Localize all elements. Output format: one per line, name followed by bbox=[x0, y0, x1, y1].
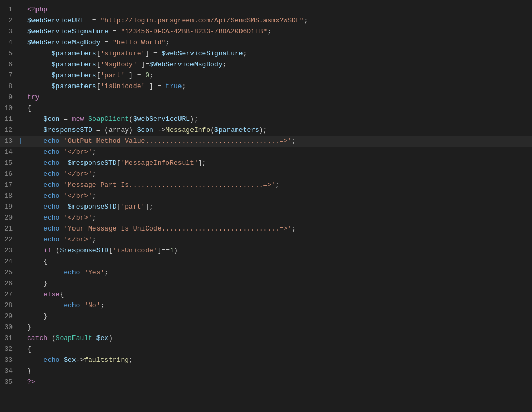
line-number-30: 30 bbox=[0, 322, 19, 333]
code-line-16: 16 echo '</br>'; bbox=[0, 168, 532, 179]
code-line-23: 23 if ($responseSTD['isUnicode']==1) bbox=[0, 245, 532, 256]
code-line-28: 28 echo 'No'; bbox=[0, 300, 532, 311]
line-number-29: 29 bbox=[0, 311, 19, 322]
code-line-19: 19 echo $responseSTD['part']; bbox=[0, 201, 532, 212]
line-number-13: 13 bbox=[0, 136, 19, 147]
line-content-3: $webServiceSignature = "123456-DFCA-42BB… bbox=[25, 26, 532, 37]
line-number-22: 22 bbox=[0, 234, 19, 245]
line-content-8: $parameters['isUnicode' ] = true; bbox=[25, 81, 532, 92]
line-content-12: $responseSTD = (array) $con ->MessageInf… bbox=[25, 125, 532, 136]
code-line-12: 12 $responseSTD = (array) $con ->Message… bbox=[0, 125, 532, 136]
line-indicator-13: | bbox=[19, 136, 25, 147]
line-content-35: ?> bbox=[25, 377, 532, 387]
line-content-28: echo 'No'; bbox=[25, 300, 532, 311]
line-number-15: 15 bbox=[0, 157, 19, 168]
line-number-6: 6 bbox=[0, 59, 19, 70]
code-line-31: 31 catch (SoapFault $ex) bbox=[0, 333, 532, 344]
line-number-23: 23 bbox=[0, 245, 19, 256]
code-line-11: 11 $con = new SoapClient($webServiceURL)… bbox=[0, 114, 532, 125]
code-line-10: 10 { bbox=[0, 103, 532, 114]
line-content-6: $parameters['MsgBody' ]=$WebServiceMsgBo… bbox=[25, 59, 532, 70]
code-editor: 1 <?php 2 $webServiceURL = "http://login… bbox=[0, 0, 532, 412]
code-line-32: 32 { bbox=[0, 344, 532, 355]
line-number-7: 7 bbox=[0, 70, 19, 81]
line-content-14: echo '</br>'; bbox=[25, 147, 532, 157]
line-number-9: 9 bbox=[0, 92, 19, 103]
line-number-14: 14 bbox=[0, 147, 19, 157]
line-content-22: echo '</br>'; bbox=[25, 234, 532, 245]
code-line-8: 8 $parameters['isUnicode' ] = true; bbox=[0, 81, 532, 92]
line-content-10: { bbox=[25, 103, 532, 114]
code-line-21: 21 echo 'Your Message Is UniCode........… bbox=[0, 223, 532, 234]
line-content-19: echo $responseSTD['part']; bbox=[25, 201, 532, 212]
line-content-23: if ($responseSTD['isUnicode']==1) bbox=[25, 245, 532, 256]
code-line-22: 22 echo '</br>'; bbox=[0, 234, 532, 245]
line-content-1: <?php bbox=[25, 4, 532, 15]
code-line-27: 27 else{ bbox=[0, 289, 532, 300]
line-number-35: 35 bbox=[0, 377, 19, 387]
code-line-2: 2 $webServiceURL = "http://login.parsgre… bbox=[0, 15, 532, 26]
code-line-14: 14 echo '</br>'; bbox=[0, 147, 532, 157]
line-number-16: 16 bbox=[0, 168, 19, 179]
line-content-27: else{ bbox=[25, 289, 532, 300]
line-content-20: echo '</br>'; bbox=[25, 212, 532, 223]
line-content-17: echo 'Message Part Is...................… bbox=[25, 179, 532, 190]
line-content-34: } bbox=[25, 366, 532, 377]
code-line-9: 9 try bbox=[0, 92, 532, 103]
line-content-7: $parameters['part' ] = 0; bbox=[25, 70, 532, 81]
line-content-29: } bbox=[25, 311, 532, 322]
code-line-17: 17 echo 'Message Part Is................… bbox=[0, 179, 532, 190]
line-number-3: 3 bbox=[0, 26, 19, 37]
line-content-2: $webServiceURL = "http://login.parsgreen… bbox=[25, 15, 532, 26]
line-number-26: 26 bbox=[0, 278, 19, 289]
line-number-27: 27 bbox=[0, 289, 19, 300]
code-line-20: 20 echo '</br>'; bbox=[0, 212, 532, 223]
line-number-24: 24 bbox=[0, 256, 19, 267]
line-content-31: catch (SoapFault $ex) bbox=[25, 333, 532, 344]
line-number-31: 31 bbox=[0, 333, 19, 344]
line-number-12: 12 bbox=[0, 125, 19, 136]
line-number-10: 10 bbox=[0, 103, 19, 114]
line-number-32: 32 bbox=[0, 344, 19, 355]
line-number-33: 33 bbox=[0, 355, 19, 366]
line-number-4: 4 bbox=[0, 37, 19, 48]
line-number-11: 11 bbox=[0, 114, 19, 125]
line-content-25: echo 'Yes'; bbox=[25, 267, 532, 278]
line-number-25: 25 bbox=[0, 267, 19, 278]
line-number-18: 18 bbox=[0, 190, 19, 201]
line-content-9: try bbox=[25, 92, 532, 103]
code-line-26: 26 } bbox=[0, 278, 532, 289]
code-line-29: 29 } bbox=[0, 311, 532, 322]
line-number-17: 17 bbox=[0, 179, 19, 190]
code-line-13: 13 | echo 'OutPut Method Value..........… bbox=[0, 136, 532, 147]
code-line-34: 34 } bbox=[0, 366, 532, 377]
code-line-25: 25 echo 'Yes'; bbox=[0, 267, 532, 278]
line-content-21: echo 'Your Message Is UniCode...........… bbox=[25, 223, 532, 234]
line-content-13: echo 'OutPut Method Value...............… bbox=[25, 136, 532, 147]
code-line-3: 3 $webServiceSignature = "123456-DFCA-42… bbox=[0, 26, 532, 37]
line-number-8: 8 bbox=[0, 81, 19, 92]
line-number-5: 5 bbox=[0, 48, 19, 59]
line-number-19: 19 bbox=[0, 201, 19, 212]
line-number-2: 2 bbox=[0, 15, 19, 26]
line-content-16: echo '</br>'; bbox=[25, 168, 532, 179]
line-content-15: echo $responseSTD['MessageInfoResult']; bbox=[25, 157, 532, 168]
line-number-28: 28 bbox=[0, 300, 19, 311]
line-content-4: $WebServiceMsgBody = "hello World"; bbox=[25, 37, 532, 48]
line-content-24: { bbox=[25, 256, 532, 267]
code-line-35: 35 ?> bbox=[0, 377, 532, 387]
line-content-18: echo '</br>'; bbox=[25, 190, 532, 201]
line-number-1: 1 bbox=[0, 4, 19, 15]
line-content-11: $con = new SoapClient($webServiceURL); bbox=[25, 114, 532, 125]
code-line-4: 4 $WebServiceMsgBody = "hello World"; bbox=[0, 37, 532, 48]
code-line-5: 5 $parameters['signature'] = $webService… bbox=[0, 48, 532, 59]
line-content-32: { bbox=[25, 344, 532, 355]
code-line-33: 33 echo $ex->faultstring; bbox=[0, 355, 532, 366]
line-number-34: 34 bbox=[0, 366, 19, 377]
line-content-30: } bbox=[25, 322, 532, 333]
line-content-33: echo $ex->faultstring; bbox=[25, 355, 532, 366]
code-line-7: 7 $parameters['part' ] = 0; bbox=[0, 70, 532, 81]
code-line-24: 24 { bbox=[0, 256, 532, 267]
code-line-30: 30 } bbox=[0, 322, 532, 333]
line-number-20: 20 bbox=[0, 212, 19, 223]
